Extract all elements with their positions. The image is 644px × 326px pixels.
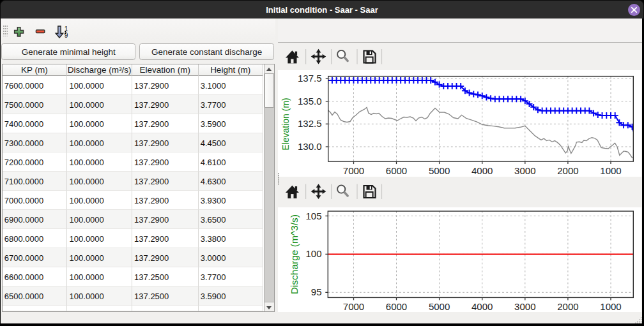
- svg-text:1000: 1000: [600, 301, 621, 312]
- svg-text:7000: 7000: [343, 165, 364, 176]
- svg-text:2000: 2000: [557, 301, 578, 312]
- svg-text:6000: 6000: [386, 165, 407, 176]
- svg-text:132.5: 132.5: [298, 118, 322, 129]
- svg-text:95: 95: [311, 286, 322, 297]
- svg-text:137.5: 137.5: [298, 73, 322, 84]
- svg-text:135.0: 135.0: [298, 96, 322, 107]
- svg-text:7000: 7000: [343, 301, 364, 312]
- svg-text:5000: 5000: [429, 301, 450, 312]
- svg-text:4000: 4000: [471, 165, 493, 176]
- svg-text:Discharge (m^3/s): Discharge (m^3/s): [289, 214, 300, 294]
- svg-text:3000: 3000: [514, 165, 535, 176]
- svg-text:100: 100: [305, 248, 321, 259]
- svg-text:3000: 3000: [514, 301, 535, 312]
- svg-text:5000: 5000: [429, 165, 450, 176]
- svg-text:105: 105: [305, 211, 321, 221]
- svg-text:130.0: 130.0: [298, 141, 322, 152]
- svg-text:4000: 4000: [471, 301, 493, 312]
- svg-text:Elevation (m): Elevation (m): [280, 98, 291, 150]
- svg-text:6000: 6000: [386, 301, 407, 312]
- svg-text:1000: 1000: [600, 165, 621, 176]
- svg-text:2000: 2000: [557, 165, 578, 176]
